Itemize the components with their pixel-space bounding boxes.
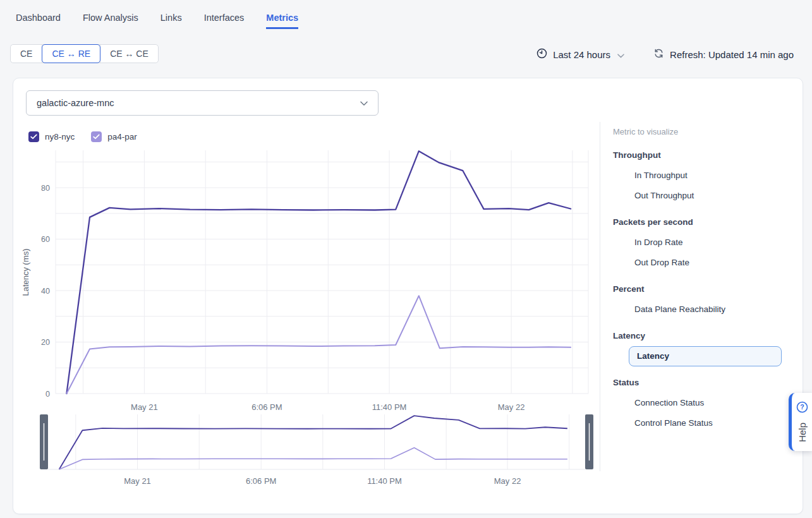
help-button[interactable]: ? Help	[789, 393, 812, 451]
metric-group-header: Latency	[613, 331, 802, 341]
nav-tab-links[interactable]: Links	[161, 13, 182, 29]
y-tick-label: 60	[41, 235, 50, 244]
header-controls: Last 24 hours Refresh: Updated 14 min ag…	[536, 48, 794, 61]
metric-item-out-drop-rate[interactable]: Out Drop Rate	[634, 253, 802, 273]
device-select[interactable]: galactic-azure-mnc	[26, 90, 379, 116]
x-tick-label: May 21	[131, 402, 158, 412]
metric-group-packets-per-second: Packets per secondIn Drop RateOut Drop R…	[613, 217, 802, 273]
sidebar-title: Metric to visualize	[613, 127, 802, 136]
chevron-down-icon	[617, 49, 624, 60]
metric-item-data-plane-reachability[interactable]: Data Plane Reachability	[634, 299, 802, 320]
y-tick-label: 20	[41, 338, 50, 347]
svg-text:?: ?	[800, 403, 804, 411]
nav-tab-metrics[interactable]: Metrics	[266, 13, 298, 29]
y-axis-title: Latency (ms)	[21, 248, 30, 296]
refresh-status-label: Refresh: Updated 14 min ago	[670, 49, 794, 60]
filter-tab-cere[interactable]: CE ↔ RE	[42, 45, 100, 63]
x-tick-label: May 22	[498, 402, 525, 412]
metric-group-percent: PercentData Plane Reachability	[613, 284, 802, 320]
filter-tab-group: CECE ↔ RECE ↔ CE	[10, 44, 159, 63]
mini-x-tick-label: May 22	[494, 476, 521, 486]
metric-item-in-drop-rate[interactable]: In Drop Rate	[634, 232, 802, 253]
metric-group-header: Throughput	[613, 150, 802, 160]
nav-tab-interfaces[interactable]: Interfaces	[204, 13, 245, 29]
y-tick-label: 0	[45, 390, 50, 399]
question-circle-icon: ?	[796, 401, 808, 416]
mini-pa4-par-line	[59, 448, 567, 469]
mini-x-tick-label: 6:06 PM	[246, 476, 276, 486]
mini-x-tick-label: 11:40 PM	[367, 476, 402, 486]
metric-item-out-throughput[interactable]: Out Throughput	[634, 186, 802, 206]
metric-item-in-throughput[interactable]: In Throughput	[634, 166, 802, 186]
y-tick-label: 40	[41, 287, 50, 296]
nav-tab-dashboard[interactable]: Dashboard	[16, 13, 61, 29]
time-range-label: Last 24 hours	[553, 49, 610, 60]
help-label: Help	[797, 423, 808, 442]
metric-group-header: Packets per second	[613, 217, 802, 227]
mini-ny8-nyc-line	[59, 416, 567, 469]
metric-item-control-plane-status[interactable]: Control Plane Status	[634, 413, 802, 433]
metric-group-status: StatusConnection StatusControl Plane Sta…	[613, 378, 802, 433]
pa4-par-line	[66, 296, 571, 394]
time-range-selector[interactable]: Last 24 hours	[536, 48, 624, 61]
metric-item-latency[interactable]: Latency	[629, 346, 782, 366]
metric-item-connection-status[interactable]: Connection Status	[634, 393, 802, 413]
refresh-control[interactable]: Refresh: Updated 14 min ago	[653, 48, 794, 61]
x-tick-label: 11:40 PM	[372, 402, 407, 412]
y-tick-label: 80	[41, 184, 50, 193]
metric-group-header: Percent	[613, 284, 802, 294]
chevron-down-icon	[360, 98, 368, 108]
x-tick-label: 6:06 PM	[251, 402, 282, 412]
metrics-panel: galactic-azure-mnc ny8-nycpa4-par 020406…	[13, 78, 803, 514]
metric-group-header: Status	[613, 378, 802, 388]
metric-group-throughput: ThroughputIn ThroughputOut Throughput	[613, 150, 802, 206]
filter-tab-cece[interactable]: CE ↔ CE	[100, 45, 158, 63]
mini-x-tick-label: May 21	[124, 476, 151, 486]
clock-icon	[536, 48, 547, 61]
latency-chart: 020406080Latency (ms)May 216:06 PM11:40 …	[13, 135, 600, 514]
filter-tab-ce[interactable]: CE	[11, 45, 42, 63]
metric-sidebar: Metric to visualize ThroughputIn Through…	[600, 122, 802, 471]
top-nav: DashboardFlow AnalysisLinksInterfacesMet…	[16, 13, 298, 29]
nav-tab-flow-analysis[interactable]: Flow Analysis	[83, 13, 138, 29]
device-select-value: galactic-azure-mnc	[37, 98, 114, 108]
refresh-icon	[653, 48, 664, 61]
metric-group-latency: LatencyLatency	[613, 331, 802, 366]
